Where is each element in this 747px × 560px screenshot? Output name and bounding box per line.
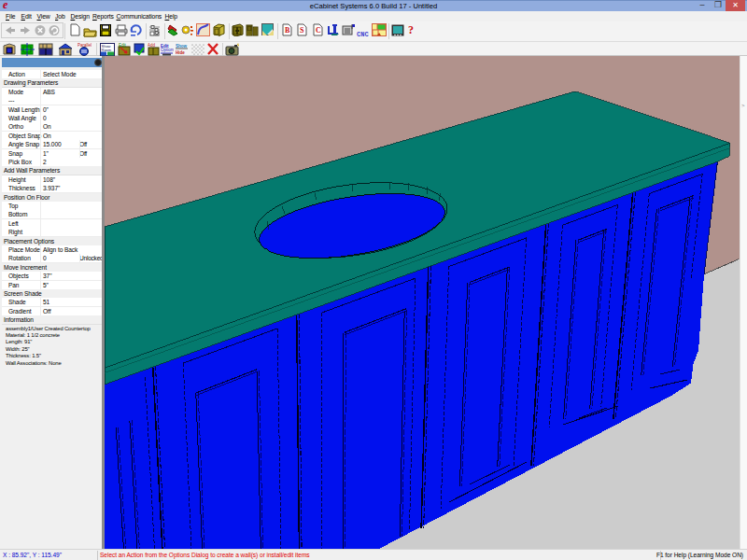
svg-text:Add: Add	[148, 43, 156, 48]
svg-text:Edit: Edit	[119, 43, 127, 48]
svg-text:?: ?	[408, 23, 414, 36]
svg-text:Options: Options	[161, 48, 174, 52]
svg-text:B: B	[285, 26, 290, 35]
svg-text:CNC: CNC	[357, 31, 369, 38]
svg-text:Show: Show	[176, 44, 187, 49]
svg-text:C: C	[316, 26, 321, 35]
svg-text:Hide: Hide	[176, 50, 185, 55]
svg-text:S: S	[300, 26, 304, 35]
svg-text:Room: Room	[102, 48, 112, 52]
